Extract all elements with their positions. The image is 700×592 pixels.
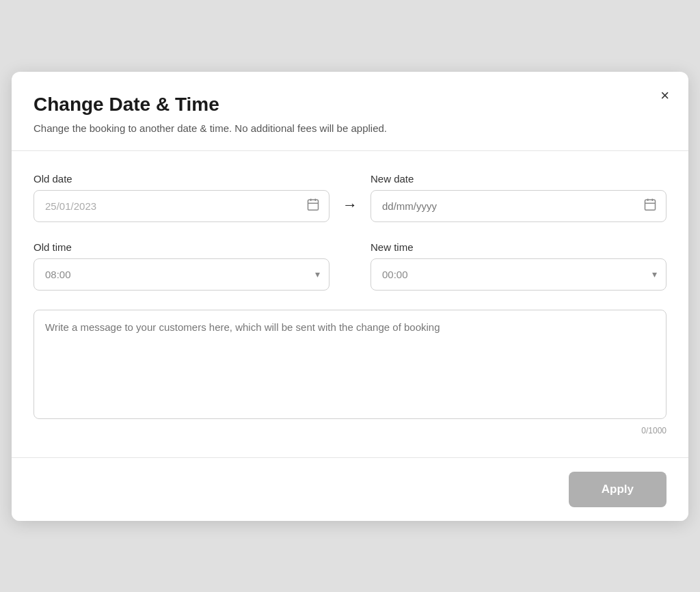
message-group: 0/1000 [33,310,667,435]
new-time-label: New time [371,241,667,253]
modal-header: × Change Date & Time Change the booking … [12,72,688,151]
old-time-select-wrapper: 08:00 ▾ [33,258,329,291]
time-row-spacer [329,282,371,291]
message-textarea[interactable] [33,310,667,419]
old-time-select[interactable]: 08:00 [33,258,329,291]
modal-backdrop: × Change Date & Time Change the booking … [0,0,700,592]
date-row: Old date [33,173,667,222]
old-date-group: Old date [33,173,329,222]
char-count: 0/1000 [33,426,667,435]
modal-container: × Change Date & Time Change the booking … [12,72,688,521]
old-date-label: Old date [33,173,329,185]
old-date-input[interactable] [33,190,329,222]
modal-body: Old date [12,151,688,458]
old-time-label: Old time [33,241,329,253]
new-date-label: New date [371,173,667,185]
old-time-group: Old time 08:00 ▾ [33,241,329,291]
arrow-separator: → [329,196,371,222]
time-row: Old time 08:00 ▾ New time 00:00 [33,241,667,291]
modal-footer: Apply [12,458,688,521]
old-date-input-wrapper [33,190,329,222]
apply-button[interactable]: Apply [569,472,667,507]
new-date-group: New date [371,173,667,222]
new-date-input-wrapper [371,190,667,222]
new-time-group: New time 00:00 ▾ [371,241,667,291]
modal-subtitle: Change the booking to another date & tim… [33,122,667,134]
new-date-input[interactable] [371,190,667,222]
new-time-select[interactable]: 00:00 [371,258,667,291]
modal-title: Change Date & Time [33,94,667,116]
new-time-select-wrapper: 00:00 ▾ [371,258,667,291]
close-button[interactable]: × [658,85,672,106]
